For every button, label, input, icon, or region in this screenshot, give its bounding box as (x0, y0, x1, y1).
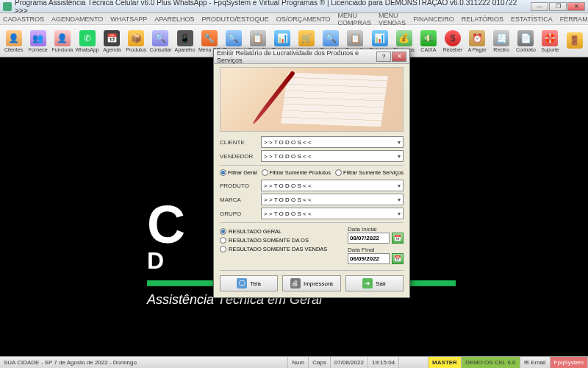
printer-icon: 🖨 (290, 278, 301, 289)
status-email[interactable]: ✉Email (520, 357, 551, 368)
search-icon: 🔍 (226, 30, 242, 46)
status-time: 19:15:04 (368, 357, 399, 368)
receipt-icon: 🧾 (493, 30, 509, 46)
tb-apagar[interactable]: ⏰A Pagar (465, 26, 490, 56)
produto-label: PRODUTO (220, 183, 258, 189)
filter-radios: Filtrar Geral Filtrar Somente Produtos F… (220, 169, 404, 176)
tb-contrato[interactable]: 📄Contrato (514, 26, 538, 56)
status-demo: DEMO OS CEL 6.0 (462, 357, 520, 368)
status-date: 07/08/2022 (331, 357, 368, 368)
tb-funciona[interactable]: 👤Funciona (50, 26, 74, 56)
supplier-icon: 👥 (30, 30, 46, 46)
status-fpq[interactable]: FpqSystem (551, 357, 588, 368)
person-icon: 👤 (6, 30, 22, 46)
menu-cadastros[interactable]: CADASTROS (3, 15, 44, 23)
radio-filtrar-produtos[interactable]: Filtrar Somente Produtos (262, 169, 331, 176)
tb-clientes[interactable]: 👤Clientes (1, 26, 26, 56)
vendedor-select[interactable]: > > T O D O S < < (261, 150, 404, 162)
menu-compras[interactable]: MENU COMPRAS (338, 12, 372, 26)
radio-icon (335, 169, 342, 176)
cliente-select[interactable]: > > T O D O S < < (261, 136, 404, 148)
tb-produtos[interactable]: 📦Produtos (124, 26, 148, 56)
box-icon: 📦 (128, 30, 144, 46)
pay-icon: ⏰ (469, 30, 485, 46)
tb-consultar1[interactable]: 🔍Consultar (148, 26, 173, 56)
grupo-select[interactable]: > > T O D O S < < (261, 208, 404, 219)
status-progress (399, 357, 429, 368)
phone-icon: 📱 (177, 30, 193, 46)
radio-icon (220, 246, 226, 252)
radio-resultado-geral[interactable]: RESULTADO GERAL (220, 228, 340, 235)
tb-exit[interactable]: 🚪 (562, 26, 587, 56)
result-radios: RESULTADO GERAL RESULTADO SOMENTE DA OS … (220, 226, 340, 255)
window-title: Programa Assistência Técnica Celular v6.… (15, 0, 531, 15)
statusbar: SUA CIDADE - SP 7 de Agosto de 2022 - Do… (0, 356, 588, 368)
dialog-close-button[interactable]: ✕ (392, 52, 406, 62)
data-final-input[interactable]: 06/09/2022 (348, 253, 390, 264)
radio-filtrar-geral[interactable]: Filtrar Geral (220, 169, 257, 176)
tb-suporte[interactable]: 🛟Suporte (538, 26, 562, 56)
marca-label: MARCA (220, 197, 258, 203)
radio-icon (220, 237, 226, 244)
produto-select[interactable]: > > T O D O S < < (261, 180, 404, 191)
sair-button[interactable]: ➜Sair (345, 275, 404, 291)
search-icon: 🔍 (323, 30, 339, 46)
status-caps: Caps (309, 357, 331, 368)
dialog-header-image (220, 67, 404, 132)
minimize-button[interactable]: — (531, 2, 548, 11)
tb-caixa[interactable]: 💵CAIXA (416, 26, 440, 56)
calendar-button-inicial[interactable]: 📅 (392, 233, 404, 244)
menu-estatistica[interactable]: ESTATÍSTICA (511, 15, 553, 23)
tb-receber[interactable]: $Receber (440, 26, 465, 56)
menu-os[interactable]: OS/ORÇAMENTO (276, 15, 331, 23)
status-num: Num (288, 357, 309, 368)
menubar: CADASTROS AGENDAMENTO WHATSAPP APARELHOS… (0, 13, 588, 25)
tela-button[interactable]: 🖵Tela (220, 275, 278, 291)
data-final-label: Data Final (348, 247, 404, 253)
menu-ferramentas[interactable]: FERRAMENTAS (560, 15, 588, 23)
exit-icon: 🚪 (567, 32, 583, 49)
menu-financeiro[interactable]: FINANCEIRO (413, 15, 454, 23)
maximize-button[interactable]: ❐ (549, 2, 567, 11)
menu-relatorios[interactable]: RELATÓRIOS (462, 15, 503, 23)
marca-select[interactable]: > > T O D O S < < (261, 194, 404, 205)
radio-resultado-vendas[interactable]: RESULTADO SOMENTE DAS VENDAS (220, 246, 340, 252)
menu-vendas[interactable]: MENU VENDAS (379, 12, 406, 26)
employee-icon: 👤 (54, 30, 71, 46)
cash-icon: 💵 (420, 30, 437, 46)
menu-aparelhos[interactable]: APARELHOS (154, 15, 194, 23)
status-master: MASTER (429, 357, 462, 368)
radio-icon (262, 169, 268, 176)
dialog-title: Emitir Relatório de Lucratividade dos Pr… (217, 49, 376, 64)
list-icon: 📋 (347, 30, 363, 46)
radio-filtrar-servicos[interactable]: Filtrar Somente Serviços (335, 169, 404, 176)
tb-recibo[interactable]: 🧾Recibo (490, 26, 514, 56)
tb-fornece[interactable]: 👥Fornece (26, 26, 50, 56)
close-button[interactable]: ✕ (567, 2, 585, 11)
dialog-help-button[interactable]: ? (376, 52, 391, 62)
radio-icon (220, 169, 226, 176)
money-icon: 💰 (396, 30, 412, 46)
impressora-button[interactable]: 🖨Impressora (282, 275, 340, 291)
tb-whatsapp[interactable]: ✆WhatsApp (74, 26, 99, 56)
whatsapp-icon: ✆ (79, 30, 96, 46)
tb-agenda[interactable]: 📅Agenda (100, 26, 124, 56)
calendar-icon: 📅 (104, 30, 120, 46)
wrench-icon: 🔧 (201, 30, 218, 46)
tb-aparelho[interactable]: 📱Aparelho (173, 26, 197, 56)
status-date-city: SUA CIDADE - SP 7 de Agosto de 2022 - Do… (0, 357, 288, 368)
menu-produto[interactable]: PRODUTO/ESTOQUE (202, 15, 269, 23)
window-buttons: — ❐ ✕ (531, 2, 585, 11)
grupo-label: GRUPO (220, 210, 258, 217)
menu-agendamento[interactable]: AGENDAMENTO (51, 15, 103, 23)
radio-icon (220, 228, 226, 235)
cart-icon: 🛒 (298, 30, 315, 46)
support-icon: 🛟 (542, 30, 558, 46)
calendar-button-final[interactable]: 📅 (392, 253, 404, 264)
vendedor-label: VENDEDOR (220, 153, 258, 160)
menu-whatsapp[interactable]: WHATSAPP (110, 15, 147, 23)
radio-resultado-os[interactable]: RESULTADO SOMENTE DA OS (220, 237, 340, 244)
list-icon: 📋 (250, 30, 266, 46)
data-inicial-input[interactable]: 08/07/2022 (348, 233, 390, 244)
dialog-titlebar: Emitir Relatório de Lucratividade dos Pr… (214, 49, 409, 64)
